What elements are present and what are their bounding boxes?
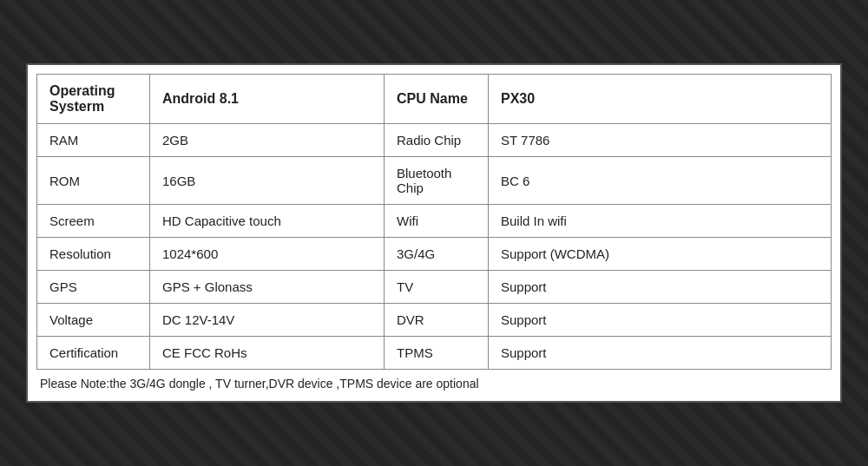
left-label-cell: Certification [37,337,150,370]
left-value-cell: CE FCC RoHs [150,337,385,370]
note-text: Please Note:the 3G/4G dongle , TV turner… [36,370,832,392]
left-label-cell: Operating Systerm [37,75,150,124]
left-value-cell: Android 8.1 [150,75,385,124]
spec-table: Operating SystermAndroid 8.1CPU NamePX30… [36,74,832,370]
right-label-cell: TPMS [385,337,489,370]
table-row: CertificationCE FCC RoHsTPMSSupport [37,337,832,370]
right-value-cell: Support [489,337,832,370]
left-label-cell: RAM [37,124,150,157]
left-label-cell: Resolution [37,238,150,271]
table-row: ScreemHD Capacitive touchWifiBuild In wi… [37,205,832,238]
right-value-cell: BC 6 [489,157,832,205]
table-row: GPSGPS + GlonassTVSupport [37,271,832,304]
left-value-cell: 1024*600 [150,238,385,271]
left-value-cell: DC 12V-14V [150,304,385,337]
right-label-cell: Radio Chip [385,124,489,157]
right-value-cell: ST 7786 [489,124,832,157]
right-label-cell: 3G/4G [385,238,489,271]
left-value-cell: 2GB [150,124,385,157]
right-value-cell: Build In wifi [489,205,832,238]
left-label-cell: ROM [37,157,150,205]
left-label-cell: GPS [37,271,150,304]
right-label-cell: CPU Name [385,75,489,124]
right-label-cell: TV [385,271,489,304]
left-label-cell: Screem [37,205,150,238]
table-row: Resolution1024*6003G/4GSupport (WCDMA) [37,238,832,271]
right-value-cell: PX30 [489,75,832,124]
right-label-cell: Wifi [385,205,489,238]
right-label-cell: DVR [385,304,489,337]
left-value-cell: 16GB [150,157,385,205]
table-row: Operating SystermAndroid 8.1CPU NamePX30 [37,75,832,124]
spec-container: Operating SystermAndroid 8.1CPU NamePX30… [26,63,842,403]
table-row: RAM2GBRadio ChipST 7786 [37,124,832,157]
right-value-cell: Support [489,271,832,304]
right-label-cell: Bluetooth Chip [385,157,489,205]
right-value-cell: Support [489,304,832,337]
table-row: VoltageDC 12V-14VDVRSupport [37,304,832,337]
left-value-cell: GPS + Glonass [150,271,385,304]
table-row: ROM16GBBluetooth ChipBC 6 [37,157,832,205]
right-value-cell: Support (WCDMA) [489,238,832,271]
left-label-cell: Voltage [37,304,150,337]
left-value-cell: HD Capacitive touch [150,205,385,238]
